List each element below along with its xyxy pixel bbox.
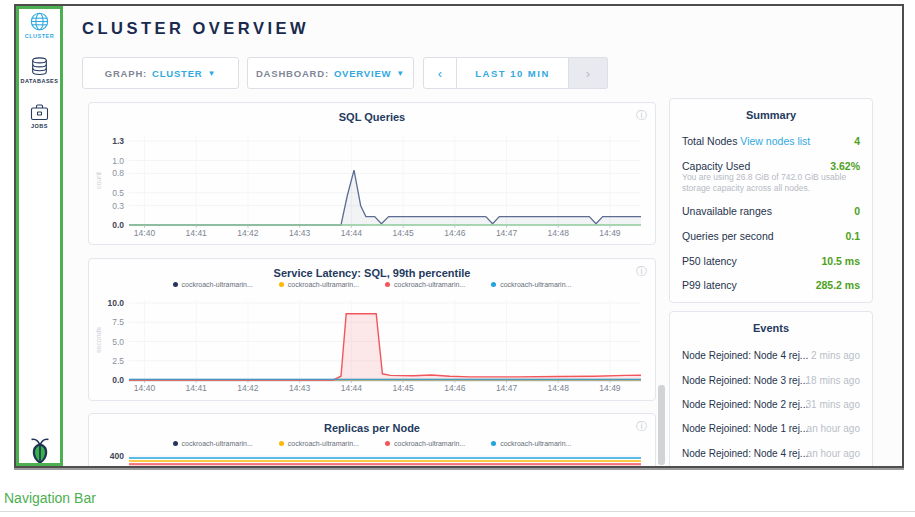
view-nodes-link[interactable]: View nodes list [737,135,810,147]
summary-row: Total Nodes View nodes list4 [682,135,860,147]
svg-text:14:44: 14:44 [341,383,363,393]
svg-text:14:40: 14:40 [134,228,156,238]
summary-row-value: 285.2 ms [816,279,860,291]
summary-title: Summary [670,109,872,121]
replicas-per-node-chart-panel: Replicas per Nodeⓘcockroach-ultramarin..… [88,413,656,466]
svg-text:14:49: 14:49 [599,383,621,393]
dashboard-dropdown[interactable]: DASHBOARD: OVERVIEW ▼ [247,57,414,89]
svg-text:14:42: 14:42 [237,383,259,393]
svg-text:0.0: 0.0 [112,220,124,230]
event-row: Node Rejoined: Node 3 rej...18 mins ago [682,375,860,386]
svg-text:14:42: 14:42 [237,228,259,238]
svg-text:14:40: 14:40 [134,383,156,393]
summary-row-value: 0 [854,205,860,217]
event-time: an hour ago [807,448,860,459]
sidebar-item-label: DATABASES [16,78,63,84]
summary-row-value: 3.62% [830,160,860,172]
svg-text:0.3: 0.3 [112,201,124,211]
summary-panel: Summary Total Nodes View nodes list4Capa… [669,98,873,303]
event-text: Node Rejoined: Node 3 rej... [682,375,808,386]
svg-text:10.0: 10.0 [107,298,124,308]
event-time: 31 mins ago [806,399,860,410]
chart-plot: 0.00.30.50.81.01.314:4014:4114:4214:4314… [89,103,655,244]
svg-text:2.5: 2.5 [112,356,124,366]
events-panel: Events Node Rejoined: Node 4 rej...2 min… [669,311,873,466]
event-row: Node Rejoined: Node 1 rej...an hour ago [682,423,860,434]
app-content: CLUSTER DATABASES JOBS [16,6,902,466]
database-icon [31,57,48,76]
summary-row-subtext: You are using 26.8 GiB of 742.0 GiB usab… [682,172,860,194]
briefcase-icon [30,103,49,121]
graph-dropdown-label: GRAPH: [105,68,147,79]
svg-text:14:49: 14:49 [599,228,621,238]
event-row: Node Rejoined: Node 2 rej...31 mins ago [682,399,860,410]
chart-plot: 400 [89,414,655,466]
event-text: Node Rejoined: Node 4 rej... [682,350,808,361]
dashboard-dropdown-label: DASHBOARD: [256,68,329,79]
page-title: CLUSTER OVERVIEW [82,19,309,38]
summary-row-label: P99 latency [682,279,737,291]
svg-text:14:47: 14:47 [496,228,518,238]
summary-row-label: Total Nodes [682,135,737,147]
sidebar-item-label: JOBS [16,123,63,129]
summary-row-label: Capacity Used [682,160,750,172]
sidebar-item-cluster[interactable]: CLUSTER [16,12,63,39]
scrollbar-thumb[interactable] [658,385,665,465]
dashboard-dropdown-value: OVERVIEW [334,68,391,79]
svg-text:14:48: 14:48 [548,383,570,393]
summary-row-value: 10.5 ms [821,255,860,267]
time-prev-button[interactable]: ‹ [423,57,457,89]
svg-text:14:43: 14:43 [289,383,311,393]
app-window: CLUSTER DATABASES JOBS [14,4,904,468]
svg-text:0.8: 0.8 [112,168,124,178]
svg-text:1.3: 1.3 [112,136,124,146]
graph-dropdown-value: CLUSTER [152,68,202,79]
svg-text:0.5: 0.5 [112,188,124,198]
summary-row-label: Unavailable ranges [682,205,772,217]
summary-row: Unavailable ranges0 [682,205,860,217]
summary-row: P50 latency10.5 ms [682,255,860,267]
svg-text:14:41: 14:41 [186,383,208,393]
chevron-down-icon: ▼ [396,69,405,78]
event-text: Node Rejoined: Node 4 rej... [682,448,808,459]
cockroachdb-logo-icon[interactable] [28,436,52,465]
time-range-label[interactable]: LAST 10 MIN [457,57,569,89]
svg-text:seconds: seconds [95,326,102,353]
events-title: Events [670,322,872,334]
event-time: 2 mins ago [811,350,860,361]
svg-text:14:45: 14:45 [392,228,414,238]
summary-row-value: 4 [854,135,860,147]
navigation-bar: CLUSTER DATABASES JOBS [16,6,63,466]
service-latency-chart-panel: Service Latency: SQL, 99th percentileⓘco… [88,258,656,401]
summary-row-value: 0.1 [845,230,860,242]
summary-row-label: Queries per second [682,230,774,242]
svg-text:14:47: 14:47 [496,383,518,393]
summary-row: Capacity Used3.62%You are using 26.8 GiB… [682,160,860,172]
bottom-divider [0,511,915,512]
svg-text:5.0: 5.0 [112,337,124,347]
svg-text:1.0: 1.0 [112,156,124,166]
svg-text:14:41: 14:41 [186,228,208,238]
sql-queries-chart-panel: SQL Queriesⓘ0.00.30.50.81.01.314:4014:41… [88,102,656,245]
svg-text:14:48: 14:48 [548,228,570,238]
summary-row: Queries per second0.1 [682,230,860,242]
time-range-selector: ‹ LAST 10 MIN › [423,57,608,89]
summary-row: P99 latency285.2 ms [682,279,860,291]
sidebar-item-jobs[interactable]: JOBS [16,103,63,129]
svg-text:400: 400 [110,451,124,461]
graph-dropdown[interactable]: GRAPH: CLUSTER ▼ [82,57,239,89]
svg-text:0.0: 0.0 [112,375,124,385]
event-row: Node Rejoined: Node 4 rej...2 mins ago [682,350,860,361]
globe-icon [30,12,49,31]
svg-text:14:43: 14:43 [289,228,311,238]
time-next-button[interactable]: › [569,57,608,89]
svg-text:14:46: 14:46 [444,228,466,238]
chart-plot: 0.02.55.07.510.014:4014:4114:4214:4314:4… [89,259,655,400]
event-text: Node Rejoined: Node 1 rej... [682,423,808,434]
event-time: an hour ago [807,423,860,434]
event-time: 18 mins ago [806,375,860,386]
svg-text:14:45: 14:45 [392,383,414,393]
svg-text:14:46: 14:46 [444,383,466,393]
sidebar-item-databases[interactable]: DATABASES [16,57,63,84]
summary-row-label: P50 latency [682,255,737,267]
